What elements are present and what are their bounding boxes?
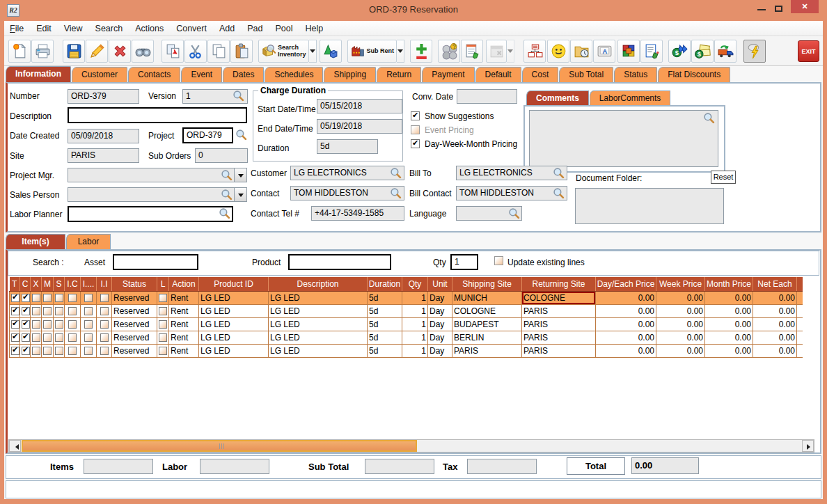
col-net-each[interactable]: Net Each [753,277,797,291]
row-checkbox[interactable] [43,347,52,355]
payment-forward-button[interactable]: $ [668,40,691,63]
col-action[interactable]: Action [169,277,199,291]
row-checkbox[interactable] [32,307,40,315]
cell-unit[interactable]: Day [428,291,452,304]
cell-status[interactable]: Reserved [112,304,157,317]
cell-week-price[interactable]: 0.00 [656,291,705,304]
col-month-price[interactable]: Month Price [705,277,753,291]
row-checkbox[interactable] [84,307,93,315]
cell-month-price[interactable]: 0.00 [705,344,753,357]
cell-net-each[interactable]: 0.00 [753,344,797,357]
tab-return[interactable]: Return [377,67,421,82]
product-field[interactable] [288,254,391,270]
cell-net-each[interactable]: 0.00 [753,304,797,317]
row-checkbox[interactable] [22,320,30,329]
table-row[interactable]: Reserved Rent LG LED LG LED 5d 1 Day MUN… [10,291,803,304]
language-search-icon[interactable] [508,207,520,219]
row-checkbox[interactable] [32,294,40,302]
cell-shipping-site[interactable]: BUDAPEST [452,317,522,331]
labor-planner-search-icon[interactable] [219,207,230,219]
cell-action[interactable]: Rent [169,304,199,317]
col-m[interactable]: M [42,277,54,291]
reset-button[interactable]: Reset [711,171,736,184]
tab-information[interactable]: Information [6,66,71,82]
horizontal-scrollbar[interactable] [8,439,814,452]
document-folder-field[interactable] [575,188,724,224]
row-checkbox[interactable] [32,320,40,329]
col-product-id[interactable]: Product ID [199,277,269,291]
col-s[interactable]: S [54,277,65,291]
paste-button[interactable] [230,40,253,63]
cell-product-id[interactable]: LG LED [199,304,269,317]
cell-description[interactable]: LG LED [269,317,368,331]
start-date-field[interactable]: 05/15/2018 [317,99,402,113]
sub-rent-button[interactable]: Sub Rent [347,40,397,63]
tab-status[interactable]: Status [614,67,657,82]
cell-action[interactable]: Rent [169,344,199,357]
row-checkbox[interactable] [159,347,167,355]
cell-shipping-site[interactable]: COLOGNE [452,304,522,317]
cell-week-price[interactable]: 0.00 [656,344,705,357]
contact-tel-field[interactable]: +44-17-5349-1585 [311,206,404,221]
row-checkbox[interactable] [68,333,77,342]
exit-button[interactable]: EXIT [798,40,819,62]
project-mgr-field[interactable] [68,168,235,182]
delete-button[interactable] [109,40,131,63]
col-description[interactable]: Description [269,277,368,291]
menu-pool[interactable]: Pool [275,24,292,33]
col-x[interactable]: X [31,277,42,291]
row-checkbox[interactable] [84,333,93,342]
tab-labor-comments[interactable]: LaborComments [590,90,670,105]
cell-net-each[interactable]: 0.00 [753,331,797,344]
cell-duration[interactable]: 5d [368,317,402,331]
cell-status[interactable]: Reserved [112,291,157,304]
quick-action-button[interactable] [743,40,766,63]
cell-qty[interactable]: 1 [402,291,428,304]
cell-action[interactable]: Rent [169,317,199,331]
col-returning-site[interactable]: Returning Site [522,277,596,291]
contact-field[interactable]: TOM HIDDLESTON [290,186,404,200]
cell-day-each-price[interactable]: 0.00 [596,317,656,331]
tab-payment[interactable]: Payment [422,67,474,82]
schedule-button[interactable] [486,40,507,63]
row-checkbox[interactable] [22,307,30,315]
cell-status[interactable]: Reserved [112,344,157,357]
row-checkbox[interactable] [11,320,19,329]
tab-sub-total[interactable]: Sub Total [559,67,613,82]
qty-field[interactable]: 1 [450,254,478,270]
bill-to-field[interactable]: LG ELECTRONICS [456,166,567,180]
table-row[interactable]: Reserved Rent LG LED LG LED 5d 1 Day COL… [10,304,803,317]
menu-add[interactable]: Add [219,24,235,33]
row-checkbox[interactable] [22,294,30,302]
cell-day-each-price[interactable]: 0.00 [596,344,656,357]
row-checkbox[interactable] [68,294,77,302]
sub-orders-field[interactable]: 0 [195,148,248,163]
row-checkbox[interactable] [68,320,77,329]
cell-product-id[interactable]: LG LED [199,344,269,357]
tab-comments[interactable]: Comments [526,90,589,105]
end-date-field[interactable]: 05/19/2018 [317,119,402,134]
sales-person-search-icon[interactable] [221,189,233,200]
billing-notes-button[interactable]: $ [691,40,714,63]
bill-contact-field[interactable]: TOM HIDDLESTON [456,186,567,200]
table-row[interactable]: Reserved Rent LG LED LG LED 5d 1 Day BUD… [10,317,803,331]
menu-actions[interactable]: Actions [135,24,164,33]
tab-cost[interactable]: Cost [522,67,559,82]
tab-labor[interactable]: Labor [66,234,111,249]
date-created-field[interactable]: 05/09/2018 [68,129,139,143]
col-week-price[interactable]: Week Price [656,277,705,291]
asset-field[interactable] [113,254,198,270]
print-button[interactable] [31,40,54,63]
cell-tot[interactable] [797,344,803,357]
tab-event[interactable]: Event [181,67,222,82]
row-checkbox[interactable] [43,307,52,315]
row-checkbox[interactable] [32,347,40,355]
cell-status[interactable]: Reserved [112,331,157,344]
row-checkbox[interactable] [32,333,40,342]
menu-search[interactable]: Search [95,24,123,33]
cell-returning-site[interactable]: PARIS [522,317,596,331]
show-suggestions-checkbox[interactable] [411,111,420,120]
cell-action[interactable]: Rent [169,331,199,344]
cell-returning-site[interactable]: PARIS [522,344,596,357]
row-checkbox[interactable] [68,307,77,315]
